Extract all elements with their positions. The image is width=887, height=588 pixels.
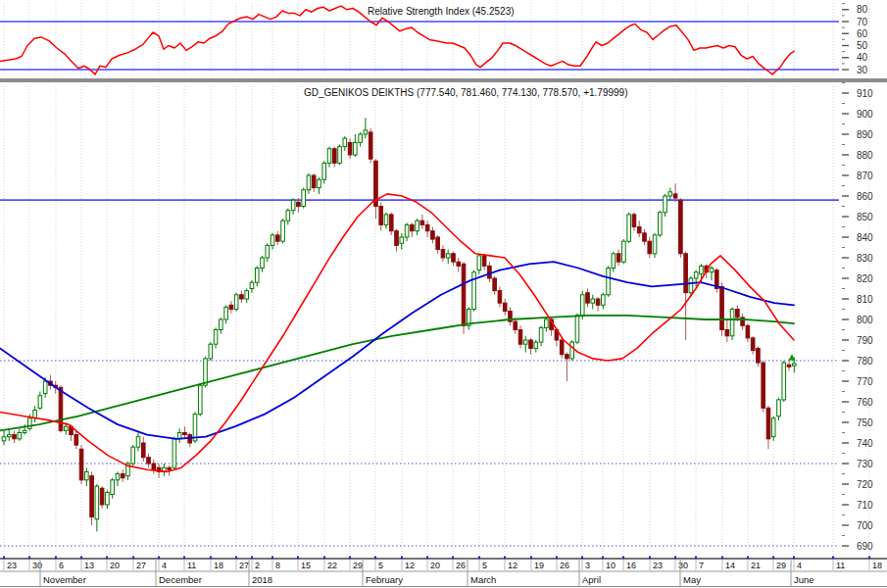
candle-down [482, 256, 486, 267]
candle-down [452, 254, 456, 262]
week-label: 4 [162, 561, 167, 570]
rsi-axis-label: 40 [857, 52, 868, 63]
candle-down [168, 467, 172, 469]
candle-up [2, 437, 6, 441]
week-label: 19 [534, 561, 544, 570]
candle-down [529, 340, 533, 348]
candle-up [523, 340, 527, 344]
candle-up [224, 307, 228, 319]
week-label: 27 [136, 561, 146, 570]
candle-down [395, 231, 399, 246]
price-axis-label: 820 [857, 273, 873, 284]
price-axis-label: 810 [857, 294, 873, 305]
week-label: 15 [301, 561, 311, 570]
candle-up [343, 138, 347, 146]
candle-up [23, 430, 26, 432]
candle-up [85, 471, 89, 479]
candle-down [121, 474, 124, 478]
month-label: March [470, 574, 496, 585]
candle-up [622, 241, 626, 262]
candle-up [18, 433, 22, 439]
price-axis-label: 890 [857, 129, 873, 140]
week-label: 29 [353, 561, 363, 570]
price-axis-label: 900 [857, 109, 873, 120]
price-axis-label: 700 [857, 520, 873, 531]
candle-down [596, 299, 600, 305]
week-label: 3 [585, 561, 590, 570]
week-label: 12 [508, 561, 517, 570]
month-label: May [683, 574, 701, 585]
candle-down [736, 310, 740, 318]
candle-down [673, 194, 677, 198]
candle-up [359, 134, 363, 142]
price-gridlines [4, 86, 869, 558]
week-label: 18 [872, 561, 882, 570]
candle-down [566, 355, 569, 359]
candle-up [689, 278, 693, 293]
candle-up [234, 295, 238, 310]
candle-up [327, 149, 331, 164]
rsi-axis-label: 60 [857, 28, 868, 39]
price-axis-label: 870 [857, 171, 873, 181]
week-label: 20 [110, 561, 120, 570]
week-label: 30 [32, 561, 42, 570]
candle-down [431, 231, 435, 239]
candle-up [302, 190, 306, 207]
candle-up [539, 327, 543, 342]
week-label: 6 [59, 561, 64, 570]
candle-up [106, 492, 110, 505]
week-label: 21 [751, 561, 761, 570]
candle-up [793, 364, 797, 366]
candle-up [658, 213, 662, 235]
candle-down [725, 330, 729, 336]
candle-up [354, 142, 358, 155]
candle-up [131, 447, 135, 464]
candle-up [405, 224, 409, 237]
candle-up [782, 363, 786, 400]
candle-up [534, 342, 538, 348]
price-axis-label: 910 [857, 88, 873, 99]
month-label: June [794, 574, 814, 585]
candle-up [545, 319, 549, 327]
price-axis-label: 880 [857, 150, 873, 161]
candle-down [389, 215, 393, 231]
week-label: 26 [560, 561, 569, 570]
candle-up [136, 437, 140, 448]
price-panel [0, 118, 839, 546]
price-axis-label: 750 [857, 417, 873, 428]
candle-up [602, 295, 606, 306]
candle-down [493, 278, 497, 291]
candle-down [462, 264, 466, 325]
rsi-axis-label: 30 [857, 65, 868, 75]
candle-up [477, 256, 481, 270]
candle-up [307, 175, 311, 190]
candle-down [616, 254, 620, 262]
candle-down [679, 200, 683, 254]
price-axis-label: 710 [857, 500, 873, 511]
x-axis: 2330613202741118272815222951220265121926… [0, 557, 887, 587]
month-label: 2018 [252, 574, 272, 585]
candle-up [209, 344, 213, 359]
candle-down [411, 224, 415, 230]
candle-up [261, 258, 265, 269]
candle-up [322, 163, 326, 179]
candle-up [281, 220, 285, 241]
candle-down [514, 321, 517, 329]
candle-down [457, 262, 461, 266]
week-label: 5 [378, 561, 383, 570]
candle-down [79, 449, 83, 480]
week-label: 13 [84, 561, 94, 570]
week-label: 7 [699, 561, 704, 570]
candle-down [436, 237, 440, 250]
candle-up [664, 196, 667, 213]
candle-down [147, 458, 151, 464]
candle-down [637, 227, 641, 233]
candle-down [787, 365, 791, 367]
rsi-axis-label: 70 [857, 17, 868, 27]
candle-up [627, 215, 631, 241]
candle-up [198, 385, 202, 414]
candle-up [250, 282, 254, 288]
chart-window: 304050607080 Relative Strength Index (45… [0, 0, 887, 588]
price-axis-label: 830 [857, 253, 873, 264]
candle-up [700, 266, 704, 273]
